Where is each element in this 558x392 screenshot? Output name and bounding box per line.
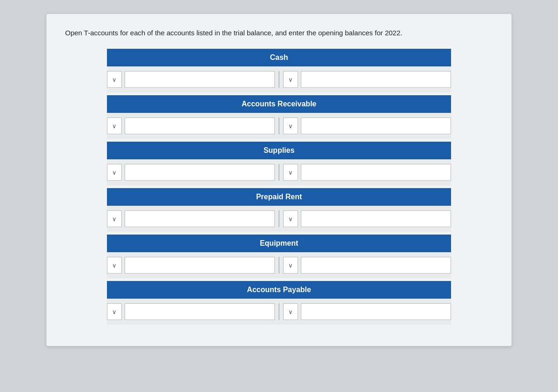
equipment-divider xyxy=(279,257,279,274)
cash-divider xyxy=(279,71,279,88)
cash-left-side xyxy=(107,71,275,88)
t-account-row-ap xyxy=(107,299,451,325)
cash-right-side xyxy=(283,71,451,88)
ap-right-dropdown[interactable] xyxy=(283,303,298,320)
ar-right-dropdown[interactable] xyxy=(283,118,298,134)
ap-left-dropdown[interactable] xyxy=(107,303,122,320)
ar-left-side xyxy=(107,118,275,134)
ar-left-input[interactable] xyxy=(125,118,275,134)
equipment-right-input[interactable] xyxy=(301,257,451,274)
prepaid-rent-right-side xyxy=(283,210,451,227)
cash-right-input[interactable] xyxy=(301,71,451,88)
t-account-section-supplies: Supplies xyxy=(65,142,493,185)
ar-right-side xyxy=(283,118,451,134)
ap-left-side xyxy=(107,303,275,320)
t-account-header-cash: Cash xyxy=(107,49,451,66)
supplies-right-input[interactable] xyxy=(301,164,451,181)
ar-right-input[interactable] xyxy=(301,118,451,134)
supplies-divider xyxy=(279,164,279,181)
t-accounts-wrapper: Cash Accounts Receivable xyxy=(65,49,493,327)
supplies-left-input[interactable] xyxy=(125,164,275,181)
supplies-right-dropdown[interactable] xyxy=(283,164,298,181)
t-account-header-ar: Accounts Receivable xyxy=(107,95,451,113)
t-account-header-equipment: Equipment xyxy=(107,235,451,252)
equipment-left-side xyxy=(107,257,275,274)
prepaid-rent-divider xyxy=(279,210,279,227)
cash-right-dropdown[interactable] xyxy=(283,71,298,88)
t-account-row-equipment xyxy=(107,252,451,278)
equipment-left-dropdown[interactable] xyxy=(107,257,122,274)
t-account-section-cash: Cash xyxy=(65,49,493,92)
t-account-row-prepaid-rent xyxy=(107,206,451,232)
prepaid-rent-right-dropdown[interactable] xyxy=(283,210,298,227)
ap-divider xyxy=(279,303,279,320)
t-account-header-supplies: Supplies xyxy=(107,142,451,159)
cash-left-input[interactable] xyxy=(125,71,275,88)
prepaid-rent-left-dropdown[interactable] xyxy=(107,210,122,227)
ar-left-dropdown[interactable] xyxy=(107,118,122,134)
ap-right-side xyxy=(283,303,451,320)
supplies-left-dropdown[interactable] xyxy=(107,164,122,181)
instruction-text: Open T-accounts for each of the accounts… xyxy=(65,28,493,38)
t-account-section-ar: Accounts Receivable xyxy=(65,95,493,139)
equipment-right-side xyxy=(283,257,451,274)
main-container: Open T-accounts for each of the accounts… xyxy=(46,14,512,346)
t-account-section-ap: Accounts Payable xyxy=(65,281,493,325)
ap-right-input[interactable] xyxy=(301,303,451,320)
prepaid-rent-left-side xyxy=(107,210,275,227)
equipment-left-input[interactable] xyxy=(125,257,275,274)
t-account-section-prepaid-rent: Prepaid Rent xyxy=(65,188,493,232)
ar-divider xyxy=(279,118,279,134)
prepaid-rent-left-input[interactable] xyxy=(125,210,275,227)
t-account-section-equipment: Equipment xyxy=(65,235,493,278)
t-account-row-ar xyxy=(107,113,451,139)
t-account-row-cash xyxy=(107,66,451,92)
supplies-left-side xyxy=(107,164,275,181)
t-account-row-supplies xyxy=(107,159,451,185)
supplies-right-side xyxy=(283,164,451,181)
prepaid-rent-right-input[interactable] xyxy=(301,210,451,227)
cash-left-dropdown[interactable] xyxy=(107,71,122,88)
t-account-header-ap: Accounts Payable xyxy=(107,281,451,299)
equipment-right-dropdown[interactable] xyxy=(283,257,298,274)
ap-left-input[interactable] xyxy=(125,303,275,320)
t-account-header-prepaid-rent: Prepaid Rent xyxy=(107,188,451,206)
